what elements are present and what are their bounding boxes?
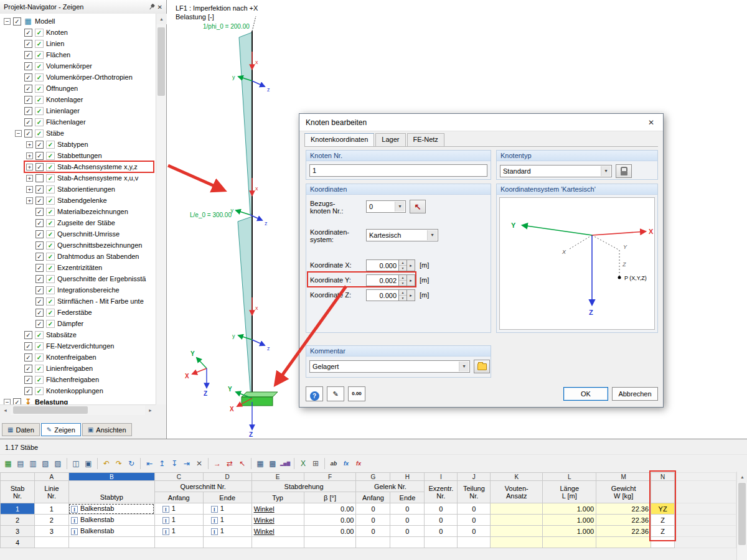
column-letter-J[interactable]: J	[458, 473, 491, 481]
column-letter-F[interactable]: F	[304, 473, 356, 481]
tab-knotenkoordinaten[interactable]: Knotenkoordinaten	[304, 133, 374, 146]
visibility-checkbox[interactable]: ✓	[13, 398, 21, 405]
visibility-checkbox[interactable]: ✓	[24, 129, 32, 138]
column-header[interactable]: Anfang	[154, 492, 203, 503]
visibility-checkbox[interactable]: ✓	[35, 309, 44, 317]
tree-item-integrationsbereiche[interactable]: ✓✓Integrationsbereiche	[0, 284, 156, 296]
tree-item-knotenfreigaben[interactable]: ✓✓Knotenfreigaben	[0, 352, 156, 363]
cell-querschnitt-ende[interactable]	[203, 537, 251, 548]
cell-exzentr[interactable]: 0	[425, 526, 458, 537]
cell-querschnitt-anfang[interactable]: I1	[154, 503, 203, 515]
cell-vouten[interactable]	[491, 526, 543, 537]
cell-drehung-typ[interactable]: Winkel	[251, 515, 304, 526]
visibility-checkbox[interactable]: ✓	[35, 320, 44, 328]
cell-exzentr[interactable]: 0	[425, 515, 458, 526]
tree-item-knotenlager[interactable]: ✓✓Knotenlager	[0, 94, 156, 105]
cell-gelenk-anfang[interactable]: 0	[356, 503, 390, 515]
column-letter-C[interactable]: C	[154, 473, 203, 481]
visibility-checkbox[interactable]: ✓	[24, 107, 32, 115]
tree-item-federst-be[interactable]: ✓✓Federstäbe	[0, 307, 156, 318]
column-header[interactable]: Stabtyp	[68, 481, 154, 503]
visibility-checkbox[interactable]: ✓	[24, 96, 32, 104]
tree-item-belastung[interactable]: −✓↧Belastung	[0, 396, 156, 404]
export-excel-icon[interactable]: X	[297, 457, 309, 470]
cell-stabtyp[interactable]: IBalkenstab	[68, 515, 154, 526]
tree-item-linienfreigaben[interactable]: ✓✓Linienfreigaben	[0, 363, 156, 374]
edit-comment-button[interactable]: ✎	[327, 386, 344, 401]
koordinate-y-spinner[interactable]: 0.002 ▲▼ ▸	[366, 274, 415, 286]
visibility-checkbox[interactable]	[35, 174, 44, 182]
visibility-checkbox[interactable]: ✓	[24, 387, 32, 395]
cell-vouten[interactable]	[491, 503, 543, 515]
table-color-icon[interactable]: ▧	[39, 457, 52, 470]
visibility-checkbox[interactable]: ✓	[35, 253, 44, 261]
visibility-checkbox[interactable]: ✓	[24, 51, 32, 59]
visibility-checkbox[interactable]: ✓	[24, 118, 32, 126]
spin-down-icon[interactable]: ▼	[399, 281, 406, 286]
tree-item-querschnitte-der-ergebnisst-[interactable]: ✓✓Querschnitte der Ergebnisstä	[0, 273, 156, 284]
visibility-checkbox[interactable]: ✓	[35, 197, 44, 205]
tree-item-stab-achsensysteme-x-y-z[interactable]: +✓✓Stab-Achsensysteme x,y,z	[0, 161, 156, 172]
cell-querschnitt-anfang[interactable]	[154, 537, 203, 548]
redo-icon[interactable]: ↷	[113, 457, 125, 470]
result-filter-icon[interactable]: ▩	[266, 457, 279, 470]
paste-row-icon[interactable]: ▣	[82, 457, 95, 470]
chart-icon[interactable]: ▂▅▇	[279, 457, 291, 470]
knotentyp-select[interactable]: Standard ▾	[500, 165, 612, 177]
cell-beta[interactable]	[304, 537, 356, 548]
refresh-icon[interactable]: ↻	[125, 457, 138, 470]
table-corner[interactable]	[1, 473, 35, 481]
tree-item-stabs-tze[interactable]: ✓✓Stabsätze	[0, 329, 156, 340]
cell-teilung[interactable]: 0	[458, 503, 491, 515]
tree-item-fl-chenlager[interactable]: ✓✓Flächenlager	[0, 116, 156, 128]
first-row-icon[interactable]: ⇤	[143, 457, 156, 470]
visibility-checkbox[interactable]: ✓	[24, 365, 32, 373]
bezugsknoten-select[interactable]: 0 ▾	[366, 200, 406, 213]
rename-icon[interactable]: ab	[327, 457, 340, 470]
row-number[interactable]: 4	[1, 537, 35, 548]
koordinate-z-spinner[interactable]: 0.000 ▲▼ ▸	[366, 289, 415, 301]
sync-selection-icon[interactable]: ⇄	[223, 457, 236, 470]
tree-item-fl-chenfreigaben[interactable]: ✓✓Flächenfreigaben	[0, 374, 156, 385]
column-letter-B[interactable]: B	[68, 473, 154, 481]
tree-item-stabendgelenke[interactable]: +✓✓Stabendgelenke	[0, 195, 156, 206]
expand-icon[interactable]: +	[26, 175, 33, 182]
cell-stabtyp[interactable]	[68, 537, 154, 548]
tree-item-d-mpfer[interactable]: ✓✓Dämpfer	[0, 318, 156, 329]
visibility-checkbox[interactable]: ✓	[24, 85, 32, 93]
table-vertical-scrollbar[interactable]: ▲	[736, 472, 747, 560]
cell-n[interactable]: Z	[651, 515, 675, 526]
expand-icon[interactable]: +	[26, 186, 33, 193]
visibility-checkbox[interactable]: ✓	[35, 230, 44, 238]
help-button[interactable]: ?	[306, 386, 323, 401]
visibility-checkbox[interactable]: ✓	[35, 241, 44, 250]
cell-beta[interactable]: 0.00	[304, 503, 356, 515]
scrollbar-thumb[interactable]	[13, 406, 88, 414]
copy-row-icon[interactable]: ◫	[70, 457, 82, 470]
tree-item-modell[interactable]: −✓▦Modell	[0, 16, 156, 27]
filter-table-icon[interactable]: ▦	[254, 457, 266, 470]
column-header[interactable]: Vouten-Ansatz	[491, 481, 543, 503]
cell-drehung-typ[interactable]: Winkel	[251, 526, 304, 537]
ok-button[interactable]: OK	[563, 387, 608, 401]
chevron-down-icon[interactable]: ▾	[601, 166, 611, 176]
column-letter-L[interactable]: L	[543, 473, 596, 481]
tree-item-querschnittsbezeichnungen[interactable]: ✓✓Querschnittsbezeichnungen	[0, 240, 156, 251]
cell-querschnitt-ende[interactable]: I1	[203, 526, 251, 537]
last-row-icon[interactable]: ⇥	[181, 457, 193, 470]
expand-icon[interactable]: +	[26, 152, 33, 159]
prev-row-icon[interactable]: ↥	[156, 457, 168, 470]
cell-gelenk-anfang[interactable]: 0	[356, 515, 390, 526]
chevron-down-icon[interactable]: ▾	[395, 202, 405, 212]
table-freeze-icon[interactable]: ▨	[52, 457, 64, 470]
row-number[interactable]: 2	[1, 515, 35, 526]
visibility-checkbox[interactable]: ✓	[24, 331, 32, 339]
more-options-icon[interactable]: ▸	[407, 289, 415, 301]
table-font-icon[interactable]: ▥	[27, 457, 39, 470]
tab-daten[interactable]: ▦ Daten	[2, 423, 40, 436]
dialog-titlebar[interactable]: Knoten bearbeiten ✕	[299, 114, 663, 131]
cell-n[interactable]: YZ	[651, 503, 675, 515]
more-options-icon[interactable]: ▸	[407, 259, 415, 271]
column-header[interactable]	[675, 481, 736, 503]
visibility-checkbox[interactable]: ✓	[24, 62, 32, 70]
